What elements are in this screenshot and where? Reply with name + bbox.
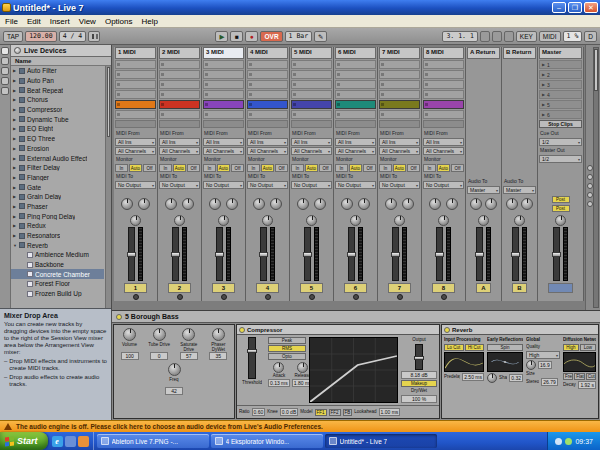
monitor-in-button[interactable]: In (379, 164, 392, 172)
volume-fader[interactable] (172, 227, 179, 281)
midi-from-channel-chooser[interactable]: All Channels (335, 147, 376, 155)
release-knob[interactable] (297, 362, 308, 373)
peak-button[interactable]: Peak (268, 337, 306, 344)
send-b-knob[interactable] (182, 198, 194, 210)
midi-to-output-chooser[interactable]: No Output (203, 181, 244, 189)
clip-slot[interactable] (423, 60, 464, 69)
clip-slot[interactable] (379, 80, 420, 89)
scene-slot[interactable]: ▶6 (539, 110, 582, 119)
send-a-knob[interactable] (429, 198, 441, 210)
track-activator[interactable]: A (476, 283, 491, 293)
spin-display[interactable] (487, 352, 523, 372)
send-a-knob[interactable] (470, 198, 482, 210)
io-toggle-icon[interactable] (587, 165, 593, 171)
clip[interactable] (379, 100, 420, 109)
midi-to-output-chooser[interactable]: No Output (291, 181, 332, 189)
volume-fader[interactable] (476, 227, 483, 281)
track-header[interactable]: 2 MIDI (159, 47, 200, 59)
send-a-knob[interactable] (121, 198, 133, 210)
freeze-button[interactable]: Freeze (563, 373, 573, 380)
send-b-knob[interactable] (358, 198, 370, 210)
clip-slot[interactable] (115, 90, 156, 99)
send-a-knob[interactable] (253, 198, 265, 210)
track-activator[interactable]: 7 (388, 283, 411, 293)
track-activator[interactable]: 8 (432, 283, 455, 293)
low-shelf-button[interactable]: Low (580, 344, 596, 351)
macro-value[interactable]: 100 (121, 352, 139, 360)
clip-slot[interactable] (335, 70, 376, 79)
midi-to-output-chooser[interactable]: No Output (423, 181, 464, 189)
menu-item-view[interactable]: View (79, 17, 96, 26)
clip-slot[interactable] (247, 110, 288, 119)
clip-slot[interactable] (159, 80, 200, 89)
clip[interactable] (335, 100, 376, 109)
volume-fader[interactable] (436, 227, 443, 281)
volume-fader[interactable] (392, 227, 399, 281)
fader-handle[interactable] (391, 252, 400, 257)
track-header[interactable]: 6 MIDI (335, 47, 376, 59)
stop-clips-button[interactable]: Stop Clips (539, 120, 582, 128)
midi-from-input-chooser[interactable]: All Ins (335, 138, 376, 146)
track-header[interactable]: 4 MIDI (247, 47, 288, 59)
send-b-knob[interactable] (521, 198, 533, 210)
model-ff2-button[interactable]: FF2 (329, 409, 341, 416)
device-item[interactable]: ▶Beat Repeat (11, 85, 104, 95)
taskbar-clock[interactable]: 09:37 (575, 438, 593, 445)
shape-knob[interactable] (487, 373, 497, 383)
tempo-field[interactable]: 120.00 (25, 31, 56, 42)
clip-slot[interactable] (379, 70, 420, 79)
send-b-post-button[interactable]: Post (552, 205, 570, 212)
midi-map-button[interactable]: MIDI (539, 31, 561, 42)
macro-knob-2[interactable] (153, 328, 166, 341)
size-value[interactable]: 16.9 (538, 361, 552, 369)
spin-button[interactable]: Spin (487, 344, 523, 351)
flat-button[interactable]: Flat (574, 373, 584, 380)
clip-slot[interactable] (247, 80, 288, 89)
hi-cut-button[interactable]: Hi Cut (465, 344, 485, 351)
threshold-slider-handle[interactable] (247, 349, 257, 353)
plugin-devices-tab-icon[interactable] (1, 57, 9, 65)
scene-slot[interactable]: ▶3 (539, 80, 582, 89)
clip-slot[interactable] (159, 110, 200, 119)
macro-value[interactable]: 42 (165, 387, 183, 395)
internet-explorer-icon[interactable]: e (52, 436, 63, 447)
shape-value[interactable]: 0.32 (509, 374, 523, 382)
makeup-button[interactable]: Makeup (401, 380, 437, 387)
crossfader-toggle-icon[interactable] (587, 201, 593, 207)
menu-item-options[interactable]: Options (105, 17, 133, 26)
show-desktop-icon[interactable] (65, 436, 76, 447)
send-b-knob[interactable] (226, 198, 238, 210)
track-header[interactable]: 8 MIDI (423, 47, 464, 59)
send-a-post-button[interactable]: Post (552, 196, 570, 203)
track-activator[interactable]: 5 (300, 283, 323, 293)
arm-button[interactable] (397, 294, 403, 300)
clip-slot[interactable] (115, 60, 156, 69)
live-devices-tab-icon[interactable] (1, 47, 9, 55)
status-message[interactable]: The audio engine is off. Please click he… (16, 423, 323, 430)
monitor-in-button[interactable]: In (203, 164, 216, 172)
track-header[interactable]: Master (539, 47, 582, 59)
taskbar-task[interactable]: 4 Eksplorator Windo... (211, 434, 323, 448)
scene-launch-icon[interactable]: ▶ (542, 92, 545, 97)
arm-button[interactable] (177, 294, 183, 300)
decay-time-value[interactable]: 1.92 s (578, 381, 596, 389)
file-browser-3-tab-icon[interactable] (1, 87, 9, 95)
send-a-knob[interactable] (165, 198, 177, 210)
preset-item[interactable]: Frozen Build Up (11, 289, 104, 299)
fader-handle[interactable] (127, 252, 136, 257)
macro-knob-1[interactable] (123, 328, 136, 341)
scene-launch-icon[interactable]: ▶ (542, 62, 545, 67)
taskbar-task[interactable]: Untitled* - Live 7 (325, 434, 437, 448)
midi-from-channel-chooser[interactable]: All Channels (247, 147, 288, 155)
device-item[interactable]: ▶Redux (11, 221, 104, 231)
ratio-value[interactable]: 0.60 (252, 408, 266, 416)
cue-out-chooser[interactable]: 1/2 (539, 138, 582, 146)
send-b-knob[interactable] (402, 198, 414, 210)
pan-knob[interactable] (218, 215, 229, 226)
arm-button[interactable] (221, 294, 227, 300)
reverb-header[interactable]: Reverb (442, 325, 598, 335)
maximize-button[interactable]: ❐ (568, 2, 582, 13)
device-item[interactable]: ▶Grain Delay (11, 192, 104, 202)
device-item[interactable]: ▶EQ Three (11, 134, 104, 144)
clip-slot[interactable] (291, 90, 332, 99)
